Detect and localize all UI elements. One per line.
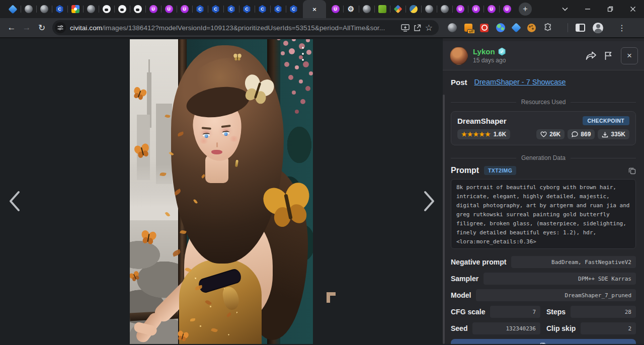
browser-tab-hexc[interactable]: C [270, 0, 286, 18]
browser-tab-upurple[interactable]: U [161, 0, 177, 18]
likes-pill[interactable]: 26K [536, 129, 565, 139]
browser-tab-upurple[interactable]: U [499, 0, 515, 18]
browser-tab-globe[interactable] [359, 0, 374, 18]
extension-earth-icon[interactable] [496, 23, 505, 32]
tab-close-icon[interactable]: × [312, 6, 316, 13]
next-image-button[interactable] [419, 187, 441, 215]
downloads-pill[interactable]: 335K [598, 129, 629, 139]
globe-favicon [425, 5, 433, 13]
browser-tab-upurple[interactable]: U [177, 0, 192, 18]
extension-gem-icon[interactable] [511, 23, 521, 33]
post-link[interactable]: DreamShaper - 7 Showcase [474, 78, 566, 86]
browser-tab-gear[interactable]: ⚙ [343, 0, 359, 18]
verified-badge-icon: ✓ [498, 48, 506, 56]
window-controls [553, 0, 644, 18]
extension-adblock-off-icon[interactable]: off [464, 24, 472, 32]
field-value: DPM++ SDE Karras [484, 273, 636, 285]
previous-image-button[interactable] [3, 187, 25, 215]
browser-tab-hexc[interactable]: C [223, 0, 239, 18]
browser-tab-civitai[interactable] [5, 0, 21, 18]
user-avatar[interactable] [450, 47, 468, 65]
browser-tab-hexc[interactable]: C [255, 0, 270, 18]
field-label: Clip skip [546, 324, 576, 332]
window-restore-button[interactable] [599, 0, 621, 18]
browser-tab-python[interactable] [406, 0, 421, 18]
close-viewer-button[interactable]: × [621, 47, 638, 64]
puzzle-icon [543, 23, 552, 32]
window-close-button[interactable] [621, 0, 644, 18]
back-button[interactable]: ← [4, 20, 19, 35]
browser-tab-gitd[interactable] [390, 0, 406, 18]
share-page-button[interactable] [414, 24, 421, 32]
browser-tab-globe[interactable] [83, 0, 99, 18]
butterfly-motif [233, 53, 242, 61]
bookmark-button[interactable]: ☆ [425, 24, 433, 32]
browser-tab-upurple[interactable]: U [484, 0, 499, 18]
browser-tab-hexc[interactable]: C [52, 0, 67, 18]
browser-tab-github[interactable] [130, 0, 145, 18]
browser-tab-github[interactable] [99, 0, 114, 18]
comments-pill[interactable]: 869 [568, 129, 595, 139]
copy-generation-data-button[interactable] [628, 167, 636, 175]
browser-tab-upurple[interactable]: U [452, 0, 468, 18]
browser-tab-hexc[interactable]: C [208, 0, 223, 18]
browser-tab-upurple[interactable]: U [468, 0, 484, 18]
browser-tab-hexc[interactable]: C [239, 0, 255, 18]
share-image-button[interactable] [583, 47, 600, 64]
likes-count: 26K [549, 131, 560, 138]
resource-card[interactable]: DreamShaper CHECKPOINT ★★★★★ 1.6K 26K [451, 111, 636, 145]
reload-button[interactable]: ↻ [34, 20, 49, 35]
address-bar[interactable]: civitai.com/images/1386412?modelVersionI… [52, 20, 439, 35]
hexc-favicon: C [243, 5, 251, 13]
extension-o-icon[interactable] [480, 24, 489, 32]
github-favicon [118, 5, 126, 13]
browser-tab-hexc[interactable]: C [192, 0, 208, 18]
new-tab-button[interactable]: + [519, 3, 532, 16]
field-row: Negative promptBadDream, FastNegativeV2 [451, 256, 636, 268]
browser-tab-nvidia[interactable] [374, 0, 390, 18]
username-link[interactable]: Lykon ✓ [473, 47, 583, 56]
browser-tab-github[interactable] [114, 0, 130, 18]
browser-tab-globe[interactable] [36, 0, 52, 18]
browser-tab-globe[interactable] [437, 0, 452, 18]
extension-globe-icon[interactable] [448, 23, 457, 32]
browser-tab-upurple[interactable]: U [145, 0, 161, 18]
window-minimize-button[interactable] [576, 0, 599, 18]
nvidia-favicon [378, 5, 386, 13]
image-detail-sidebar: Lykon ✓ 15 days ago × Post DreamShaper -… [443, 38, 644, 344]
resources-used-divider: Resources Used [451, 99, 636, 106]
site-settings-button[interactable] [55, 22, 66, 33]
active-tab[interactable]: × [303, 0, 326, 18]
url-domain: civitai.com [70, 24, 102, 32]
browser-profile-avatar[interactable] [593, 23, 603, 33]
resource-name: DreamShaper [457, 117, 507, 125]
post-label: Post [451, 78, 467, 87]
rating-count: 1.6K [494, 131, 506, 138]
close-icon [630, 6, 636, 12]
hexc-favicon: C [212, 5, 220, 13]
window-chevron-button[interactable] [553, 0, 576, 18]
url-text[interactable]: civitai.com/images/1386412?modelVersionI… [70, 24, 397, 32]
chevron-left-icon [8, 190, 21, 212]
browser-tab-store[interactable] [67, 0, 83, 18]
image-options-menu-button[interactable] [299, 45, 306, 62]
browser-tab-globe[interactable] [21, 0, 36, 18]
post-timestamp: 15 days ago [473, 57, 583, 64]
extension-cookie-icon[interactable] [527, 24, 536, 32]
artwork-eyebrow [202, 127, 211, 129]
checkpoint-badge[interactable]: CHECKPOINT [583, 116, 629, 125]
browser-tab-upurple[interactable]: U [328, 0, 343, 18]
browser-menu-button[interactable]: ⋮ [618, 23, 626, 33]
sidepanel-toggle-button[interactable] [576, 24, 585, 32]
browser-tab-globe[interactable] [421, 0, 437, 18]
image-viewer-media[interactable] [130, 39, 313, 344]
field-value: 7 [490, 306, 540, 318]
copy-all-generation-data-button[interactable] [451, 339, 636, 344]
report-flag-button[interactable] [600, 47, 617, 64]
extensions-menu-button[interactable] [543, 23, 552, 32]
install-app-button[interactable] [401, 24, 410, 32]
forward-button[interactable]: → [19, 20, 34, 35]
globe-favicon [87, 5, 95, 13]
browser-tab-hexc[interactable]: C [286, 0, 301, 18]
rating-pill[interactable]: ★★★★★ 1.6K [457, 129, 510, 139]
